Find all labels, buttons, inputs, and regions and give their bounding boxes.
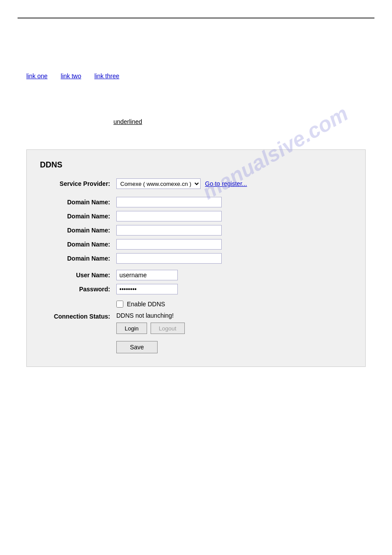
password-label: Password:: [40, 286, 110, 293]
domain-name-label-1: Domain Name:: [40, 199, 110, 206]
domain-name-row-3: Domain Name:: [40, 225, 352, 236]
paragraph-3: [26, 56, 366, 65]
logout-button[interactable]: Logout: [151, 323, 185, 334]
login-button[interactable]: Login: [116, 323, 147, 334]
paragraph-6: underlined: [26, 117, 366, 127]
link-3[interactable]: link three: [94, 73, 119, 80]
ddns-title: DDNS: [40, 160, 352, 170]
save-row: Save: [116, 341, 352, 353]
domain-name-row-4: Domain Name:: [40, 239, 352, 250]
domain-name-row-1: Domain Name:: [40, 197, 352, 207]
connection-status-label: Connection Status:: [40, 312, 110, 320]
domain-name-row-2: Domain Name:: [40, 211, 352, 221]
link-1[interactable]: link one: [26, 73, 47, 80]
domain-name-label-4: Domain Name:: [40, 241, 110, 248]
enable-ddns-checkbox[interactable]: [116, 301, 123, 308]
domain-name-label-2: Domain Name:: [40, 213, 110, 220]
password-row: Password:: [40, 284, 352, 294]
domain-name-row-5: Domain Name:: [40, 253, 352, 264]
connection-status-row: Connection Status: DDNS not launching! L…: [40, 312, 352, 334]
save-button[interactable]: Save: [116, 341, 158, 353]
username-row: User Name:: [40, 270, 352, 280]
domain-name-label-5: Domain Name:: [40, 255, 110, 262]
login-logout-row: Login Logout: [116, 323, 185, 334]
service-provider-select[interactable]: Comexe ( www.comexe.cn ): [116, 178, 201, 189]
links-row: link one link two link three: [26, 73, 366, 80]
domain-name-label-3: Domain Name:: [40, 227, 110, 234]
ddns-panel: DDNS Service Provider: Comexe ( www.come…: [26, 149, 366, 367]
connection-status-text: DDNS not launching!: [116, 312, 185, 319]
underlined-text: underlined: [113, 118, 142, 125]
username-label: User Name:: [40, 272, 110, 279]
link-2[interactable]: link two: [61, 73, 81, 80]
domain-name-input-3[interactable]: [116, 225, 222, 236]
service-provider-row: Service Provider: Comexe ( www.comexe.cn…: [40, 178, 352, 189]
paragraph-5: [26, 103, 366, 112]
go-to-register-link[interactable]: Go to register...: [205, 180, 247, 187]
paragraph-1: [26, 27, 366, 37]
domain-name-input-5[interactable]: [116, 253, 222, 264]
enable-ddns-label: Enable DDNS: [127, 301, 165, 308]
username-input[interactable]: [116, 270, 178, 280]
password-input[interactable]: [116, 284, 178, 294]
paragraph-2: [26, 41, 366, 51]
domain-name-input-2[interactable]: [116, 211, 222, 221]
main-content: link one link two link three underlined: [0, 18, 392, 141]
domain-name-input-4[interactable]: [116, 239, 222, 250]
domain-name-input-1[interactable]: [116, 197, 222, 207]
paragraph-4: [26, 88, 366, 98]
enable-ddns-row: Enable DDNS: [116, 301, 352, 308]
connection-status-block: DDNS not launching! Login Logout: [116, 312, 185, 334]
service-provider-label: Service Provider:: [40, 180, 110, 187]
